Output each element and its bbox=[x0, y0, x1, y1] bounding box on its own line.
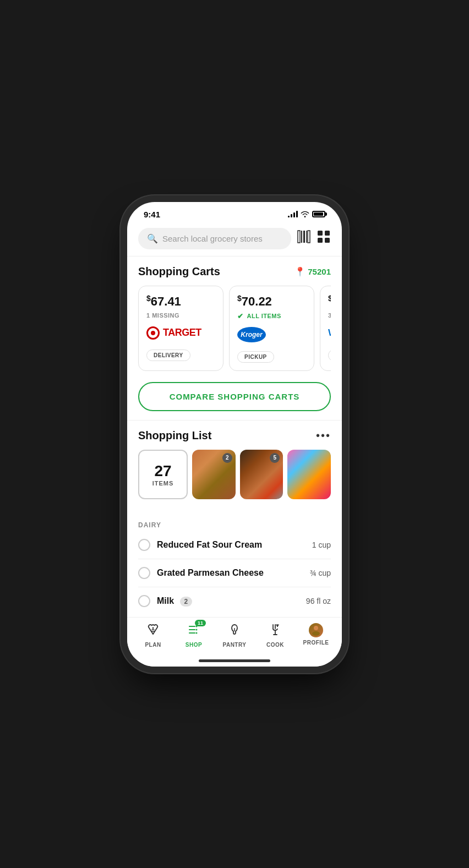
svg-rect-0 bbox=[298, 231, 300, 243]
svg-point-9 bbox=[152, 627, 154, 629]
barcode-button[interactable] bbox=[297, 230, 311, 247]
svg-point-13 bbox=[196, 629, 198, 630]
svg-rect-6 bbox=[325, 231, 330, 236]
item-qty-sour-cream: 1 cup bbox=[312, 541, 331, 549]
compare-button[interactable]: COMPARE SHOPPING CARTS bbox=[138, 382, 331, 411]
nav-plan[interactable]: PLAN bbox=[137, 623, 170, 648]
shop-badge: 11 bbox=[195, 620, 206, 626]
notch bbox=[199, 202, 270, 219]
walmart-price: $58.83 bbox=[328, 294, 331, 309]
battery-icon bbox=[312, 211, 325, 217]
wifi-icon bbox=[301, 211, 309, 217]
list-item: Grated Parmesan Cheese ¾ cup bbox=[138, 559, 331, 587]
cook-icon bbox=[269, 623, 282, 640]
shop-label: SHOP bbox=[186, 642, 202, 648]
carts-scroll: $67.41 1 MISSING TARGET DELIVERY bbox=[138, 286, 331, 373]
items-count-card[interactable]: 27 ITEMS bbox=[138, 450, 188, 499]
list-thumbnails: 27 ITEMS 2 5 bbox=[138, 450, 331, 499]
item-qty-milk: 96 fl oz bbox=[306, 597, 331, 605]
time-display: 9:41 bbox=[144, 210, 160, 219]
grid-button[interactable] bbox=[317, 230, 331, 247]
nav-profile[interactable]: PROFILE bbox=[299, 623, 332, 646]
carts-header: Shopping Carts 📍 75201 bbox=[138, 265, 331, 278]
list-title: Shopping List bbox=[138, 429, 211, 442]
location-pin-icon: 📍 bbox=[295, 266, 306, 277]
milk-badge: 2 bbox=[180, 597, 193, 607]
svg-rect-8 bbox=[325, 238, 330, 243]
item-qty-parmesan: ¾ cup bbox=[310, 569, 331, 577]
pasta-badge: 2 bbox=[222, 453, 232, 463]
target-cart-card[interactable]: $67.41 1 MISSING TARGET DELIVERY bbox=[138, 286, 223, 371]
pantry-icon bbox=[228, 623, 241, 640]
location-zip: 75201 bbox=[308, 267, 331, 276]
nav-shop[interactable]: 11 SHOP bbox=[177, 623, 210, 648]
search-bar[interactable]: 🔍 Search local grocery stores bbox=[138, 228, 291, 249]
target-delivery-badge: DELIVERY bbox=[146, 350, 190, 361]
shop-icon: 11 bbox=[187, 623, 200, 640]
svg-rect-5 bbox=[318, 231, 323, 236]
pasta-thumbnail[interactable]: 2 bbox=[192, 450, 236, 499]
target-status: 1 MISSING bbox=[146, 312, 179, 319]
profile-label: PROFILE bbox=[303, 640, 329, 646]
grilled-thumbnail[interactable]: 5 bbox=[240, 450, 283, 499]
svg-rect-2 bbox=[303, 231, 305, 243]
list-item: Reduced Fat Sour Cream 1 cup bbox=[138, 531, 331, 559]
item-name-parmesan: Grated Parmesan Cheese bbox=[157, 568, 303, 578]
item-name-milk: Milk 2 bbox=[157, 596, 299, 606]
status-icons bbox=[288, 211, 325, 217]
kroger-logo: Kroger bbox=[237, 326, 266, 343]
nav-cook[interactable]: COOK bbox=[259, 623, 292, 648]
walmart-status: 3 MISSING bbox=[328, 312, 331, 319]
items-number: 27 bbox=[154, 462, 171, 480]
location-badge[interactable]: 📍 75201 bbox=[295, 266, 331, 277]
nav-pantry[interactable]: PANTRY bbox=[218, 623, 251, 648]
search-section: 🔍 Search local grocery stores bbox=[127, 223, 342, 256]
more-options-button[interactable]: ••• bbox=[316, 429, 331, 442]
home-indicator bbox=[199, 659, 270, 662]
kroger-price: $70.22 bbox=[237, 294, 272, 309]
items-label: ITEMS bbox=[152, 480, 174, 487]
walmart-logo: Walmart ✳ bbox=[328, 324, 331, 342]
grilled-badge: 5 bbox=[270, 453, 280, 463]
donuts-thumbnail[interactable] bbox=[287, 450, 331, 499]
kroger-delivery-badge: PICKUP bbox=[237, 351, 274, 363]
signal-icon bbox=[288, 211, 298, 217]
svg-point-15 bbox=[196, 632, 198, 634]
item-checkbox-sour-cream[interactable] bbox=[138, 539, 150, 551]
plan-icon bbox=[146, 623, 160, 640]
cook-label: COOK bbox=[266, 642, 284, 648]
carts-title: Shopping Carts bbox=[138, 265, 220, 278]
target-price: $67.41 bbox=[146, 294, 181, 309]
svg-rect-3 bbox=[306, 231, 307, 243]
search-icon: 🔍 bbox=[147, 233, 158, 244]
walmart-cart-card[interactable]: $58.83 3 MISSING Walmart ✳ PICKUP bbox=[320, 286, 331, 371]
search-placeholder: Search local grocery stores bbox=[162, 234, 263, 243]
walmart-delivery-badge: PICKUP bbox=[328, 350, 331, 361]
dairy-category-label: DAIRY bbox=[127, 517, 342, 531]
phone-frame: 9:41 🔍 Search local grocery bbox=[127, 202, 342, 667]
target-logo: TARGET bbox=[146, 324, 201, 342]
shopping-list-section: Shopping List ••• 27 ITEMS 2 5 bbox=[127, 420, 342, 517]
svg-rect-7 bbox=[318, 238, 323, 243]
item-checkbox-milk[interactable] bbox=[138, 595, 150, 607]
svg-point-23 bbox=[312, 631, 320, 636]
plan-label: PLAN bbox=[145, 642, 161, 648]
shopping-list-items: Reduced Fat Sour Cream 1 cup Grated Parm… bbox=[127, 531, 342, 615]
shopping-carts-section: Shopping Carts 📍 75201 $67.41 1 MISSING bbox=[127, 256, 342, 420]
item-checkbox-parmesan[interactable] bbox=[138, 567, 150, 579]
svg-point-22 bbox=[314, 626, 318, 630]
svg-rect-4 bbox=[308, 231, 310, 243]
main-content: 🔍 Search local grocery stores bbox=[127, 223, 342, 638]
svg-rect-1 bbox=[301, 231, 302, 243]
profile-icon bbox=[309, 623, 323, 637]
kroger-cart-card[interactable]: $70.22 ✔ ALL ITEMS Kroger PICKUP bbox=[229, 286, 314, 371]
list-header: Shopping List ••• bbox=[138, 429, 331, 442]
avatar bbox=[309, 623, 323, 637]
pantry-label: PANTRY bbox=[223, 642, 247, 648]
kroger-status: ✔ ALL ITEMS bbox=[237, 312, 281, 320]
list-item: Milk 2 96 fl oz bbox=[138, 587, 331, 615]
item-name-sour-cream: Reduced Fat Sour Cream bbox=[157, 540, 306, 550]
